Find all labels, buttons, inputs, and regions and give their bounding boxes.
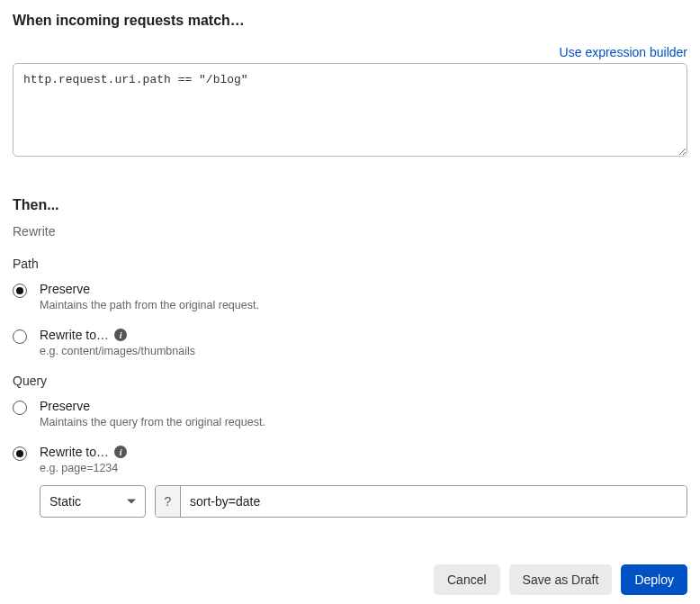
rewrite-mode-select[interactable]: Static <box>40 485 146 518</box>
chevron-down-icon <box>127 500 136 504</box>
path-preserve-option[interactable]: Preserve Maintains the path from the ori… <box>13 282 687 311</box>
path-preserve-hint: Maintains the path from the original req… <box>40 299 687 311</box>
query-preserve-label: Preserve <box>40 399 90 413</box>
path-group-label: Path <box>13 257 687 271</box>
path-rewrite-hint: e.g. content/images/thumbnails <box>40 345 687 357</box>
path-preserve-label: Preserve <box>40 282 90 296</box>
save-draft-button[interactable]: Save as Draft <box>509 564 613 595</box>
query-rewrite-radio[interactable] <box>13 446 27 461</box>
expression-input[interactable] <box>13 63 687 157</box>
path-rewrite-radio[interactable] <box>13 329 27 344</box>
deploy-button[interactable]: Deploy <box>621 564 687 595</box>
then-section-title: Then... <box>13 197 687 213</box>
query-rewrite-label: Rewrite to… <box>40 445 109 459</box>
query-preserve-option[interactable]: Preserve Maintains the query from the or… <box>13 399 687 428</box>
query-group-label: Query <box>13 374 687 388</box>
query-prefix-label: ? <box>156 486 181 517</box>
query-rewrite-option[interactable]: Rewrite to… i e.g. page=1234 Static ? <box>13 445 687 518</box>
path-rewrite-option[interactable]: Rewrite to… i e.g. content/images/thumbn… <box>13 328 687 357</box>
info-icon: i <box>114 446 127 458</box>
match-section-title: When incoming requests match… <box>13 13 687 29</box>
query-preserve-hint: Maintains the query from the original re… <box>40 416 687 428</box>
query-preserve-radio[interactable] <box>13 401 27 415</box>
info-icon: i <box>114 329 127 341</box>
path-preserve-radio[interactable] <box>13 284 27 298</box>
then-action-label: Rewrite <box>13 224 687 239</box>
cancel-button[interactable]: Cancel <box>434 564 500 595</box>
query-rewrite-hint: e.g. page=1234 <box>40 462 687 474</box>
path-rewrite-label: Rewrite to… <box>40 328 109 342</box>
query-rewrite-value-input[interactable] <box>181 486 687 517</box>
expression-builder-link[interactable]: Use expression builder <box>560 45 687 59</box>
rewrite-mode-value: Static <box>49 494 81 509</box>
